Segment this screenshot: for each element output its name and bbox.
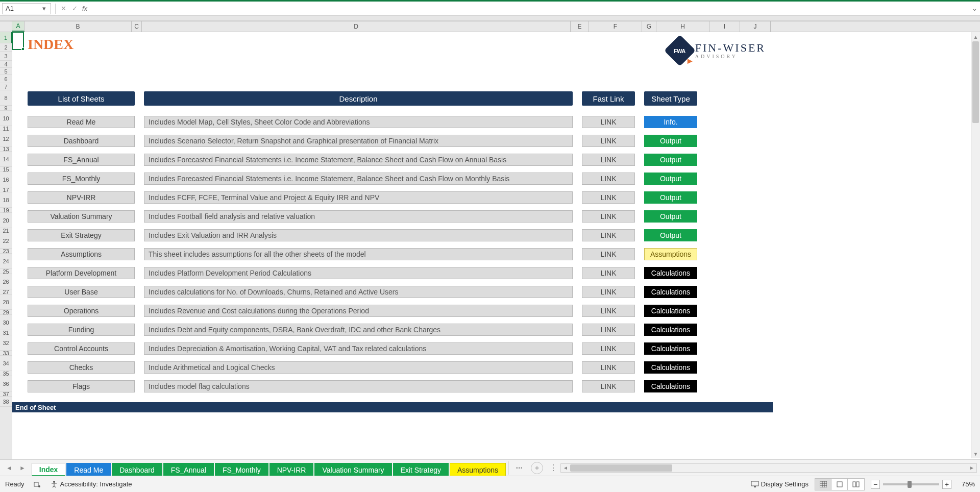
col-header-G[interactable]: G: [642, 21, 656, 32]
row-header-25[interactable]: 25: [0, 269, 12, 274]
row-header-34[interactable]: 34: [0, 356, 12, 371]
sheet-tab-valuation-summary[interactable]: Valuation Summary: [314, 463, 391, 476]
fast-link-cell[interactable]: LINK: [582, 248, 635, 260]
row-header-2[interactable]: 2: [0, 43, 12, 52]
row-header-10[interactable]: 10: [0, 111, 12, 126]
select-all-corner[interactable]: [0, 21, 12, 32]
fx-icon[interactable]: fx: [82, 5, 87, 12]
hscroll-thumb[interactable]: [570, 464, 672, 472]
row-header-17[interactable]: 17: [0, 187, 12, 192]
display-settings-button[interactable]: Display Settings: [751, 480, 808, 488]
fast-link-cell[interactable]: LINK: [582, 210, 635, 223]
zoom-in-button[interactable]: +: [942, 480, 951, 489]
col-header-A[interactable]: A: [12, 21, 24, 32]
row-header-9[interactable]: 9: [0, 106, 12, 111]
fast-link-cell[interactable]: LINK: [582, 361, 635, 374]
scroll-down-icon[interactable]: ▼: [971, 449, 980, 458]
fast-link-cell[interactable]: LINK: [582, 116, 635, 128]
row-header-27[interactable]: 27: [0, 289, 12, 294]
accessibility-status[interactable]: Accessibility: Investigate: [50, 480, 132, 488]
fast-link-cell[interactable]: LINK: [582, 305, 635, 317]
row-header-35[interactable]: 35: [0, 371, 12, 376]
row-header-31[interactable]: 31: [0, 330, 12, 335]
row-header-7[interactable]: 7: [0, 83, 12, 90]
row-header-12[interactable]: 12: [0, 131, 12, 146]
fast-link-cell[interactable]: LINK: [582, 267, 635, 279]
col-header-B[interactable]: B: [24, 21, 132, 32]
vscroll-thumb[interactable]: [972, 41, 979, 123]
sheet-tab-fs-monthly[interactable]: FS_Monthly: [215, 463, 268, 476]
row-header-11[interactable]: 11: [0, 126, 12, 131]
zoom-value[interactable]: 75%: [954, 480, 975, 488]
fast-link-cell[interactable]: LINK: [582, 135, 635, 147]
col-header-C[interactable]: C: [132, 21, 142, 32]
row-header-23[interactable]: 23: [0, 249, 12, 254]
normal-view-button[interactable]: [815, 479, 831, 490]
row-header-3[interactable]: 3: [0, 52, 12, 61]
row-header-28[interactable]: 28: [0, 294, 12, 310]
row-header-21[interactable]: 21: [0, 228, 12, 233]
cancel-icon[interactable]: ✕: [58, 3, 69, 14]
tab-next-icon[interactable]: ►: [17, 463, 28, 473]
tab-options-icon[interactable]: ⋮: [549, 463, 557, 473]
fast-link-cell[interactable]: LINK: [582, 324, 635, 336]
name-box[interactable]: A1 ▾: [2, 3, 51, 14]
tabs-more-icon[interactable]: ···: [508, 461, 528, 475]
fast-link-cell[interactable]: LINK: [582, 380, 635, 392]
row-header-24[interactable]: 24: [0, 254, 12, 269]
row-header-18[interactable]: 18: [0, 192, 12, 208]
vertical-scrollbar[interactable]: ▲ ▼: [971, 32, 980, 458]
hscroll-left-icon[interactable]: ◄: [561, 465, 570, 471]
row-header-33[interactable]: 33: [0, 351, 12, 356]
row-header-6[interactable]: 6: [0, 75, 12, 83]
zoom-out-button[interactable]: −: [871, 480, 880, 489]
row-header-26[interactable]: 26: [0, 274, 12, 289]
page-break-view-button[interactable]: [848, 479, 864, 490]
page-layout-view-button[interactable]: [831, 479, 848, 490]
row-header-14[interactable]: 14: [0, 152, 12, 167]
fast-link-cell[interactable]: LINK: [582, 173, 635, 185]
row-header-22[interactable]: 22: [0, 233, 12, 249]
row-header-38[interactable]: 38: [0, 397, 12, 407]
row-header-13[interactable]: 13: [0, 146, 12, 152]
row-header-16[interactable]: 16: [0, 172, 12, 187]
zoom-slider[interactable]: [883, 483, 939, 485]
fast-link-cell[interactable]: LINK: [582, 286, 635, 298]
fast-link-cell[interactable]: LINK: [582, 229, 635, 241]
col-header-D[interactable]: D: [142, 21, 571, 32]
macro-record-icon[interactable]: [33, 480, 42, 489]
row-header-5[interactable]: 5: [0, 68, 12, 75]
col-header-I[interactable]: I: [709, 21, 740, 32]
sheet-tab-exit-strategy[interactable]: Exit Strategy: [393, 463, 449, 476]
sheet-tab-npv-irr[interactable]: NPV-IRR: [270, 463, 314, 476]
fast-link-cell[interactable]: LINK: [582, 342, 635, 355]
col-header-E[interactable]: E: [571, 21, 589, 32]
row-header-36[interactable]: 36: [0, 376, 12, 391]
row-header-4[interactable]: 4: [0, 61, 12, 68]
col-header-F[interactable]: F: [589, 21, 642, 32]
zoom-slider-thumb[interactable]: [908, 481, 912, 488]
row-header-19[interactable]: 19: [0, 208, 12, 213]
tab-first-icon[interactable]: ◄: [4, 463, 14, 473]
col-header-J[interactable]: J: [740, 21, 771, 32]
hscroll-right-icon[interactable]: ►: [967, 465, 976, 471]
sheet-tab-dashboard[interactable]: Dashboard: [112, 463, 162, 476]
fast-link-cell[interactable]: LINK: [582, 154, 635, 166]
fast-link-cell[interactable]: LINK: [582, 191, 635, 204]
add-sheet-button[interactable]: ＋: [531, 462, 543, 474]
sheet-tab-assumptions[interactable]: Assumptions: [450, 463, 506, 476]
scroll-up-icon[interactable]: ▲: [971, 32, 980, 41]
row-header-20[interactable]: 20: [0, 213, 12, 228]
sheet-tab-fs-annual[interactable]: FS_Annual: [163, 463, 214, 476]
row-header-30[interactable]: 30: [0, 315, 12, 330]
fill-handle[interactable]: [21, 47, 24, 51]
name-box-dropdown-icon[interactable]: ▾: [40, 5, 47, 12]
formula-input[interactable]: [87, 3, 969, 14]
col-header-H[interactable]: H: [656, 21, 709, 32]
enter-icon[interactable]: ✓: [69, 3, 80, 14]
row-header-29[interactable]: 29: [0, 310, 12, 315]
row-header-32[interactable]: 32: [0, 335, 12, 351]
horizontal-scrollbar[interactable]: ◄ ►: [560, 463, 977, 473]
formula-expand-icon[interactable]: ⌄: [969, 5, 980, 12]
row-header-1[interactable]: 1: [0, 32, 12, 43]
